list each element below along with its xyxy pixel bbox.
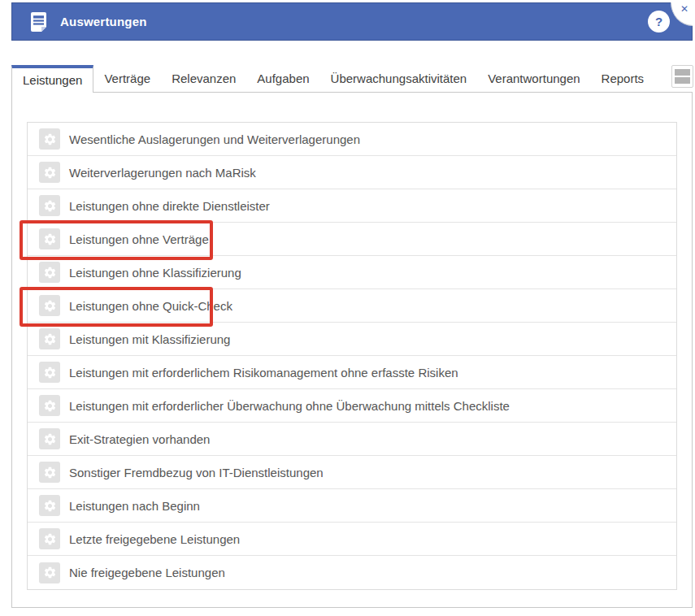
report-list-item[interactable]: Leistungen mit erforderlicher Überwachun… — [28, 389, 676, 423]
tab-label: Verträge — [104, 72, 150, 85]
report-item-label: Leistungen mit erforderlicher Überwachun… — [69, 399, 510, 413]
report-list-item[interactable]: Nie freigegebene Leistungen — [28, 556, 676, 589]
tab-vertr-ge[interactable]: Verträge — [93, 65, 161, 93]
report-list-item[interactable]: Exit-Strategien vorhanden — [28, 423, 676, 456]
report-item-label: Sonstiger Fremdbezug von IT-Dienstleistu… — [69, 466, 324, 479]
gear-icon — [39, 162, 60, 183]
auswertungen-dialog: Auswertungen ? ✕ LeistungenVerträgeRelev… — [0, 0, 695, 616]
gear-icon — [39, 128, 60, 150]
gear-icon — [39, 528, 60, 549]
gear-icon — [39, 462, 60, 483]
gear-icon — [39, 562, 60, 583]
tab-aufgaben[interactable]: Aufgaben — [246, 65, 319, 93]
report-item-label: Leistungen nach Beginn — [69, 499, 200, 513]
report-item-label: Nie freigegebene Leistungen — [69, 566, 225, 579]
report-item-label: Leistungen mit erforderlichem Risikomana… — [69, 366, 458, 380]
content-panel: Wesentliche Auslagerungen und Weiterverl… — [11, 92, 693, 608]
tab-reports[interactable]: Reports — [591, 65, 655, 93]
gear-icon — [39, 395, 60, 416]
tab-label: Leistungen — [23, 73, 82, 87]
report-item-label: Leistungen ohne Quick-Check — [69, 299, 232, 313]
report-item-label: Leistungen ohne Klassifizierung — [69, 266, 241, 280]
report-item-label: Letzte freigegebene Leistungen — [69, 532, 240, 546]
report-list-item[interactable]: Leistungen nach Beginn — [28, 489, 676, 523]
tab-label: Relevanzen — [172, 72, 236, 85]
report-list-item[interactable]: Leistungen ohne Klassifizierung — [28, 256, 676, 289]
report-list: Wesentliche Auslagerungen und Weiterverl… — [27, 122, 677, 590]
report-list-item[interactable]: Letzte freigegebene Leistungen — [28, 523, 676, 556]
report-list-item[interactable]: Weiterverlagerungen nach MaRisk — [28, 156, 676, 189]
tab-relevanzen[interactable]: Relevanzen — [161, 65, 246, 93]
report-item-label: Leistungen ohne direkte Dienstleister — [69, 199, 270, 213]
close-button[interactable]: ✕ — [671, 2, 693, 26]
report-list-item[interactable]: Wesentliche Auslagerungen und Weiterverl… — [28, 123, 676, 156]
tab-leistungen[interactable]: Leistungen — [11, 65, 93, 93]
dialog-header: Auswertungen ? ✕ — [11, 2, 693, 41]
tab-label: Aufgaben — [257, 72, 309, 85]
report-list-item[interactable]: Leistungen ohne direkte Dienstleister — [28, 189, 676, 223]
tab-verantwortungen[interactable]: Verantwortungen — [477, 65, 590, 93]
tab-label: Reports — [602, 72, 645, 85]
help-button[interactable]: ? — [648, 11, 670, 33]
report-item-label: Wesentliche Auslagerungen und Weiterverl… — [69, 132, 360, 146]
report-document-icon — [29, 11, 48, 33]
report-list-item[interactable]: Leistungen mit erforderlichem Risikomana… — [28, 356, 676, 389]
report-list-item[interactable]: Leistungen ohne Quick-Check — [28, 289, 676, 323]
gear-icon — [39, 295, 60, 316]
report-item-label: Leistungen ohne Verträge — [69, 232, 209, 246]
gear-icon — [39, 328, 60, 349]
gear-icon — [39, 362, 60, 383]
close-icon: ✕ — [680, 4, 688, 14]
report-item-label: Exit-Strategien vorhanden — [69, 432, 210, 446]
gear-icon — [39, 228, 60, 249]
report-item-label: Leistungen mit Klassifizierung — [69, 332, 230, 346]
dialog-title: Auswertungen — [60, 15, 147, 28]
tab-bar: LeistungenVerträgeRelevanzenAufgabenÜber… — [11, 65, 654, 93]
gear-icon — [39, 262, 60, 283]
report-item-label: Weiterverlagerungen nach MaRisk — [69, 166, 256, 180]
report-list-item[interactable]: Sonstiger Fremdbezug von IT-Dienstleistu… — [28, 456, 676, 489]
gear-icon — [39, 495, 60, 516]
tab-label: Verantwortungen — [488, 72, 580, 85]
list-view-toggle-button[interactable] — [671, 65, 693, 88]
tab--berwachungsaktivit-ten[interactable]: Überwachungsaktivitäten — [320, 65, 478, 93]
help-icon: ? — [655, 15, 662, 28]
gear-icon — [39, 428, 60, 449]
report-list-item[interactable]: Leistungen mit Klassifizierung — [28, 323, 676, 356]
gear-icon — [39, 195, 60, 216]
tab-label: Überwachungsaktivitäten — [331, 72, 467, 85]
report-list-item[interactable]: Leistungen ohne Verträge — [28, 223, 676, 256]
